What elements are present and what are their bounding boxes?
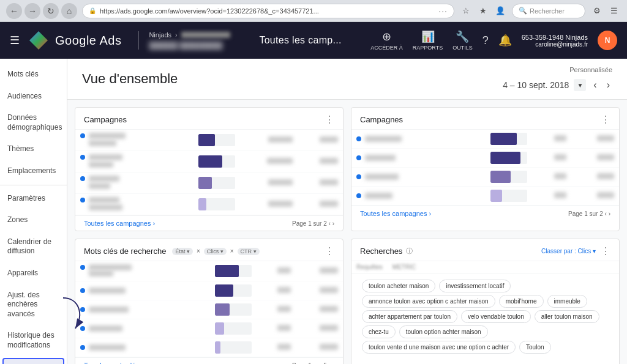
row-ctr [296,338,343,357]
avatar[interactable]: N [598,31,617,50]
reload-button[interactable]: ↻ [43,3,59,19]
arrow-svg [60,295,91,332]
chip-2[interactable]: investissement locatif [439,280,511,292]
row-label [75,151,165,173]
star-icon[interactable]: ★ [476,4,490,18]
breadcrumb-ninjads[interactable]: Ninjads [149,31,171,39]
table-row [75,281,343,300]
bookmark-icon[interactable]: ☆ [459,4,473,18]
breadcrumb-section: Ninjads › ██████ █████████ [138,31,230,50]
row-clics [257,319,296,338]
card3-footer-link[interactable]: Tous les mots clés › [84,362,143,364]
search-placeholder: Rechercher [530,7,565,15]
chip-4[interactable]: mobil'home [499,295,544,308]
card2-header: Campagnes ⋮ [351,108,619,130]
chip-12[interactable]: Toulon [519,341,550,354]
row-label [351,130,449,149]
campaign-selector[interactable]: Toutes les camp... [259,35,341,46]
help-icon: ? [482,34,489,47]
top-bar: ☰ Google Ads Ninjads › ██████ █████████ … [0,22,627,59]
col-metric: METRIC [392,264,416,270]
row-bar [178,300,257,319]
col-badge-etat[interactable]: État ▾ [172,248,193,255]
hamburger-menu[interactable]: ☰ [10,34,20,47]
card2-menu[interactable]: ⋮ [601,114,610,125]
date-dropdown-button[interactable]: ▼ [574,79,586,91]
sidebar-item-audiences[interactable]: Audiences [0,86,66,108]
chip-10[interactable]: toulon option achter maison [399,325,488,338]
chip-8[interactable]: aller toulon maison [535,310,599,323]
chip-7[interactable]: velo vendable toulon [461,310,531,323]
card3-menu[interactable]: ⋮ [325,245,334,257]
chip-5[interactable]: immeuble [547,295,587,308]
row-bar [449,168,532,187]
table-row [75,194,343,215]
forward-button[interactable]: → [24,3,40,19]
chip-1[interactable]: toulon acheter maison [362,280,435,292]
outils-label: OUTILS [452,45,473,51]
row-ctr [296,319,343,338]
card4-col-headers: Requêtes METRIC [351,261,619,273]
sidebar-item-zones[interactable]: Zones [0,209,66,231]
campaign-selector-text: Toutes les camp... [259,35,341,46]
outils-button[interactable]: 🔧 OUTILS [452,30,473,51]
back-button[interactable]: ← [6,3,22,19]
sidebar-item-donnees-demographiques[interactable]: Données démographiques [0,107,66,138]
acceder-button[interactable]: ⊕ ACCÉDER À [370,30,403,51]
chip-9[interactable]: chez-tu [362,325,396,338]
row-dot [80,288,85,293]
card1-footer[interactable]: Toutes les campagnes › Page 1 sur 2 ‹ › [75,215,343,231]
profile-icon[interactable]: 👤 [494,4,507,18]
row-bar [165,173,240,194]
address-bar[interactable]: 🔒 https://ads.google.com/aw/overview?oci… [82,4,454,18]
row-clics [257,261,296,281]
breadcrumb-separator: › [175,31,178,39]
card3-footer[interactable]: Tous les mots clés › Page 1 sur 5 ‹ › [75,357,343,364]
menu-icon[interactable]: ☰ [607,4,621,18]
notifications-button[interactable]: 🔔 [498,34,512,47]
chip-11[interactable]: toulon vente d une maison avec une optio… [362,341,516,354]
top-bar-center: Toutes les camp... [238,35,364,46]
row-val2 [298,194,343,215]
row-keyword [75,300,178,319]
col-badge-ctr[interactable]: CTR ▾ [238,248,260,255]
help-button[interactable]: ? [482,34,489,47]
browser-icons: ☆ ★ 👤 [459,4,507,18]
row-bar [449,149,532,168]
sidebar-item-brouillons[interactable]: Brouillons et tests [2,358,64,365]
table-row [75,173,343,194]
sidebar-item-emplacements[interactable]: Emplacements [0,160,66,182]
rapports-button[interactable]: 📊 RAPPORTS [413,30,443,51]
acceder-label: ACCÉDER À [370,45,403,51]
card3-pagination: Page 1 sur 5 ‹ › [292,362,334,365]
row-val1 [532,149,571,168]
sidebar-item-ajust-encheres[interactable]: Ajust. des enchères avancés [0,284,66,325]
sidebar-item-parametres[interactable]: Paramètres [0,188,66,210]
card1-menu[interactable]: ⋮ [325,114,334,125]
chip-3[interactable]: annonce toulon avec option c achter mais… [362,295,495,308]
date-next-button[interactable]: › [604,78,612,92]
sidebar-item-calendrier[interactable]: Calendrier de diffusion [0,231,66,262]
row-val2 [298,173,343,194]
card4-classer-par[interactable]: Classer par : Clics ▾ [541,248,596,254]
google-ads-logo-icon [29,31,48,50]
browser-nav-buttons: ← → ↻ ⌂ [6,3,77,19]
card2-footer[interactable]: Toutes les campagnes › Page 1 sur 2 ‹ › [351,206,619,221]
sidebar-item-historique[interactable]: Historique des modifications [0,325,66,356]
extensions-icon[interactable]: ⚙ [590,4,604,18]
card2-footer-link[interactable]: Toutes les campagnes › [360,210,431,217]
table-row [75,130,343,151]
date-prev-button[interactable]: ‹ [591,78,599,92]
sidebar-item-themes[interactable]: Thèmes [0,138,66,160]
sidebar-item-mots-cles[interactable]: Mots clés [0,64,66,86]
search-bar[interactable]: 🔍 Rechercher [512,4,585,18]
chip-6[interactable]: achter appartement par toulon [362,310,457,323]
sidebar-item-appareils[interactable]: Appareils [0,262,66,284]
col-badge-clics[interactable]: Clics ▾ [204,248,227,255]
card3-table [75,261,343,357]
top-bar-actions: ⊕ ACCÉDER À 📊 RAPPORTS 🔧 OUTILS ? 🔔 653-… [370,30,617,51]
card1-footer-link[interactable]: Toutes les campagnes › [84,220,155,227]
home-button[interactable]: ⌂ [61,3,77,19]
card2-title: Campagnes [360,115,403,124]
card4-menu[interactable]: ⋮ [601,245,610,257]
